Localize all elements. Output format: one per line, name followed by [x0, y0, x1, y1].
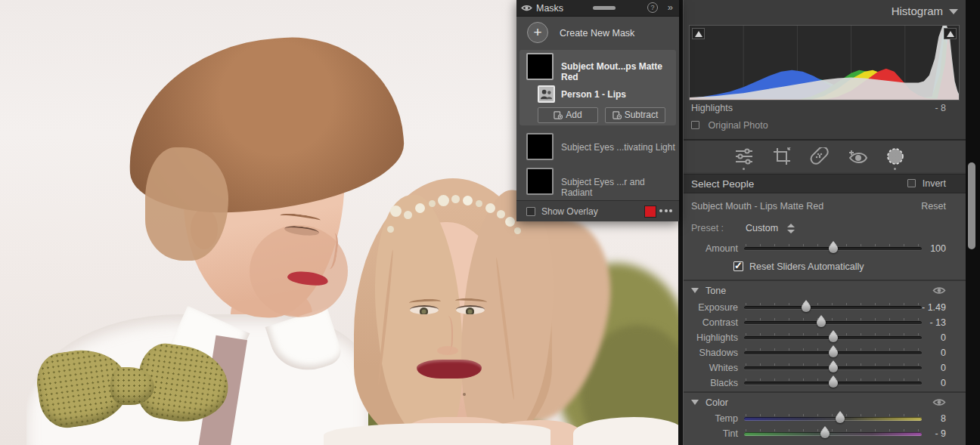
highlights-slider-value: 0 — [941, 332, 946, 343]
select-people-label: Select People — [691, 178, 754, 190]
add-button-label: Add — [566, 110, 581, 120]
collapse-chevrons-icon[interactable]: » — [668, 2, 673, 13]
invert-checkbox[interactable] — [907, 179, 916, 187]
highlights-slider-track[interactable] — [744, 336, 922, 340]
mask-item[interactable]: Subject Eyes ...r and Radiant — [519, 165, 676, 199]
shadows-slider-track[interactable] — [744, 351, 922, 355]
shadow-clipping-indicator[interactable] — [692, 28, 705, 39]
auto-reset-row[interactable]: Reset Sliders Automatically — [733, 261, 864, 272]
mask-item[interactable]: Subject Eyes ...tivating Light — [519, 130, 676, 165]
overlay-color-swatch[interactable] — [644, 206, 656, 218]
scrollbar-thumb[interactable] — [968, 162, 975, 249]
auto-reset-checkbox[interactable] — [733, 261, 743, 271]
amount-slider-track[interactable] — [744, 247, 922, 251]
histogram-stat-label: Highlights — [691, 103, 733, 113]
histogram-title[interactable]: Histogram — [892, 5, 943, 17]
amount-slider-thumb[interactable] — [829, 244, 838, 253]
highlights-slider-label: Highlights — [684, 332, 738, 343]
contrast-slider-thumb[interactable] — [817, 318, 826, 327]
whites-slider-thumb[interactable] — [829, 363, 838, 372]
tone-section-header[interactable]: Tone — [691, 286, 726, 296]
temp-slider-row: Temp8 — [684, 412, 966, 425]
mask-label[interactable]: Subject Eyes ...r and Radiant — [561, 177, 676, 198]
subtract-button[interactable]: Subtract — [605, 107, 665, 123]
tone-section-label: Tone — [706, 286, 726, 296]
color-section-header[interactable]: Color — [691, 397, 728, 408]
develop-right-panel: Histogram Highlights - 8 Original Photo — [683, 0, 966, 445]
chevron-down-icon[interactable] — [691, 400, 699, 405]
exposure-slider-track[interactable] — [744, 306, 922, 310]
original-photo-label: Original Photo — [708, 120, 768, 131]
mask-adjustments-panel: Subject Mouth - Lips Matte Red Reset Pre… — [684, 193, 966, 445]
edit-adjustments-icon[interactable] — [733, 145, 755, 168]
masks-panel-header[interactable]: Masks ? » — [516, 0, 679, 17]
highlights-slider-thumb[interactable] — [829, 333, 838, 342]
shadows-slider-value: 0 — [941, 348, 946, 358]
mask-label[interactable]: Subject Mout...ps Matte Red — [561, 61, 676, 82]
blacks-slider-value: 0 — [941, 378, 946, 388]
original-photo-checkbox[interactable] — [691, 121, 699, 129]
whites-slider-value: 0 — [941, 363, 946, 373]
reset-button[interactable]: Reset — [921, 201, 946, 212]
blacks-slider-track[interactable] — [744, 382, 922, 385]
mask-label[interactable]: Subject Eyes ...tivating Light — [561, 142, 675, 153]
histogram-header[interactable]: Histogram — [684, 0, 966, 23]
tint-slider-thumb[interactable] — [820, 429, 830, 438]
highlights-slider-row: Highlights0 — [684, 331, 966, 345]
contrast-slider-track[interactable] — [744, 321, 922, 325]
chevron-down-icon[interactable] — [691, 288, 699, 293]
crop-icon[interactable] — [771, 145, 793, 168]
invert-label: Invert — [923, 178, 946, 189]
exposure-slider-thumb[interactable] — [802, 303, 811, 312]
show-overlay-label: Show Overlay — [541, 206, 598, 217]
bride-iris — [466, 307, 474, 314]
mask-component-thumbnail[interactable] — [538, 85, 555, 103]
adjustment-title: Subject Mouth - Lips Matte Red — [691, 201, 823, 212]
temp-slider-track[interactable] — [744, 417, 922, 421]
add-button[interactable]: Add — [538, 107, 598, 123]
bride-lips — [417, 360, 482, 379]
shadows-slider-row: Shadows0 — [684, 346, 966, 360]
color-visibility-eye-icon[interactable] — [932, 397, 946, 407]
highlight-clipping-indicator[interactable] — [944, 28, 957, 39]
chevron-down-icon[interactable] — [949, 9, 958, 14]
healing-icon[interactable] — [808, 145, 831, 168]
plus-circle-icon[interactable]: + — [527, 22, 548, 43]
shadows-slider-thumb[interactable] — [829, 348, 838, 357]
contrast-slider-value: - 13 — [929, 317, 946, 328]
masks-panel-footer: Show Overlay — [516, 200, 679, 221]
histogram-stat-value: - 8 — [935, 103, 946, 113]
mask-thumbnail[interactable] — [526, 168, 554, 195]
selected-mask-group[interactable]: Subject Mout...ps Matte Red Person 1 - L… — [519, 50, 676, 125]
invert-row[interactable]: Invert — [907, 178, 946, 189]
panel-scrollbar[interactable] — [966, 0, 980, 445]
mask-thumbnail[interactable] — [526, 53, 554, 80]
show-overlay-checkbox[interactable] — [526, 207, 535, 216]
blacks-slider-thumb[interactable] — [829, 379, 838, 388]
more-options-icon[interactable] — [659, 209, 675, 213]
tint-slider-track[interactable] — [744, 432, 922, 436]
histogram-svg — [690, 26, 959, 100]
histogram-chart[interactable] — [689, 25, 960, 100]
amount-slider-row: Amount100 — [684, 242, 966, 255]
original-photo-row[interactable]: Original Photo — [691, 120, 768, 134]
temp-slider-thumb[interactable] — [836, 414, 845, 423]
bride-eye — [410, 305, 439, 314]
red-eye-icon[interactable] — [846, 145, 869, 168]
exposure-slider-row: Exposure- 1.49 — [684, 301, 966, 314]
help-icon[interactable]: ? — [647, 2, 658, 13]
masking-icon[interactable] — [884, 145, 907, 168]
tone-visibility-eye-icon[interactable] — [932, 286, 946, 295]
whites-slider-track[interactable] — [744, 366, 922, 370]
mask-thumbnail[interactable] — [526, 133, 554, 160]
grip-handle[interactable] — [593, 6, 616, 10]
divider — [684, 391, 966, 393]
preset-updown-icon[interactable] — [787, 224, 795, 233]
mask-component-label[interactable]: Person 1 - Lips — [561, 89, 626, 100]
amount-slider-label: Amount — [684, 243, 738, 254]
create-new-mask-button[interactable]: + Create New Mask — [516, 17, 679, 48]
lightroom-window: Masks ? » + Create New Mask Subject Mout… — [0, 0, 980, 445]
preset-dropdown[interactable]: Custom — [746, 223, 778, 233]
panel-eye-icon[interactable] — [521, 3, 532, 13]
bride-iris — [420, 307, 428, 314]
